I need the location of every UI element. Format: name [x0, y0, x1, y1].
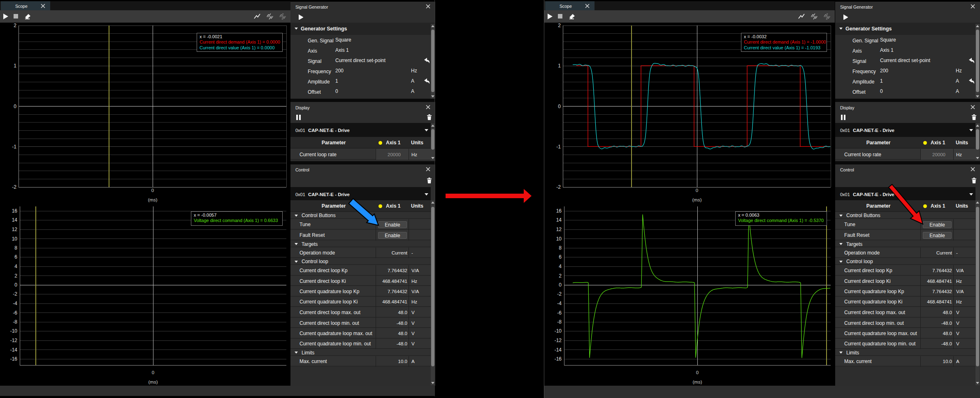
svg-text:0: 0	[559, 282, 562, 288]
svg-text:-12: -12	[10, 338, 18, 343]
svg-text:-2: -2	[557, 291, 562, 297]
svg-text:-14: -14	[555, 347, 562, 353]
svg-text:-6: -6	[557, 310, 562, 316]
svg-text:-2: -2	[13, 291, 17, 297]
svg-text:2: 2	[14, 273, 17, 279]
svg-text:-2: -2	[556, 184, 561, 190]
svg-text:0: 0	[14, 282, 17, 288]
svg-text:10: 10	[556, 236, 562, 242]
svg-text:-10: -10	[10, 328, 18, 334]
svg-text:(ms): (ms)	[148, 197, 158, 202]
svg-text:(ms): (ms)	[693, 379, 702, 384]
svg-text:14: 14	[556, 217, 562, 223]
svg-text:0: 0	[14, 104, 16, 109]
svg-text:x = -0.0021: x = -0.0021	[200, 34, 222, 39]
svg-text:16: 16	[12, 208, 18, 214]
svg-text:0: 0	[696, 370, 699, 375]
svg-text:1: 1	[558, 63, 561, 69]
svg-text:-6: -6	[13, 310, 17, 316]
svg-text:16: 16	[556, 208, 562, 214]
svg-text:-2: -2	[12, 184, 16, 190]
svg-text:x = 0.0063: x = 0.0063	[738, 213, 759, 218]
svg-text:0: 0	[151, 188, 154, 193]
svg-text:2: 2	[14, 23, 16, 28]
svg-text:(ms): (ms)	[149, 379, 158, 384]
svg-text:-8: -8	[557, 319, 562, 325]
svg-text:0: 0	[696, 188, 698, 193]
svg-text:-1: -1	[12, 144, 16, 150]
svg-text:0: 0	[558, 104, 561, 109]
svg-text:-1: -1	[556, 144, 561, 150]
svg-text:0: 0	[152, 370, 154, 375]
svg-text:-14: -14	[10, 347, 18, 353]
svg-text:1: 1	[14, 63, 16, 69]
svg-text:4: 4	[14, 264, 17, 269]
svg-text:x = -0.0057: x = -0.0057	[194, 213, 216, 218]
svg-text:(ms): (ms)	[692, 197, 702, 202]
svg-text:-4: -4	[557, 301, 562, 306]
svg-text:-8: -8	[13, 319, 17, 325]
svg-text:8: 8	[14, 245, 17, 251]
svg-text:Current direct value (Axis 1): Current direct value (Axis 1) = -1.0193	[744, 45, 820, 50]
svg-text:Current direct demand (Axis 1): Current direct demand (Axis 1) = 0.0000	[200, 39, 280, 44]
svg-text:4: 4	[559, 264, 562, 269]
svg-text:8: 8	[559, 245, 562, 251]
svg-text:2: 2	[559, 273, 562, 279]
svg-text:Voltage direct command (Axis 1: Voltage direct command (Axis 1) = -0.537…	[738, 218, 824, 223]
svg-text:Voltage direct command (Axis 1: Voltage direct command (Axis 1) = 0.6633	[194, 218, 278, 223]
svg-text:10: 10	[12, 236, 18, 242]
svg-text:-12: -12	[555, 338, 562, 343]
svg-text:2: 2	[558, 23, 561, 28]
svg-text:Current direct value (Axis 1): Current direct value (Axis 1) = 0.0000	[200, 45, 275, 50]
svg-text:6: 6	[559, 254, 562, 260]
svg-text:-10: -10	[555, 328, 562, 334]
svg-text:-16: -16	[555, 356, 562, 362]
svg-text:-16: -16	[10, 356, 18, 362]
svg-text:14: 14	[12, 217, 18, 223]
svg-text:x = -0.0032: x = -0.0032	[744, 34, 766, 39]
svg-text:12: 12	[12, 227, 18, 232]
svg-text:Current direct demand (Axis 1): Current direct demand (Axis 1) = -1.0000	[744, 39, 826, 44]
svg-text:-4: -4	[13, 301, 17, 306]
svg-text:12: 12	[556, 227, 562, 232]
svg-text:6: 6	[14, 254, 17, 260]
